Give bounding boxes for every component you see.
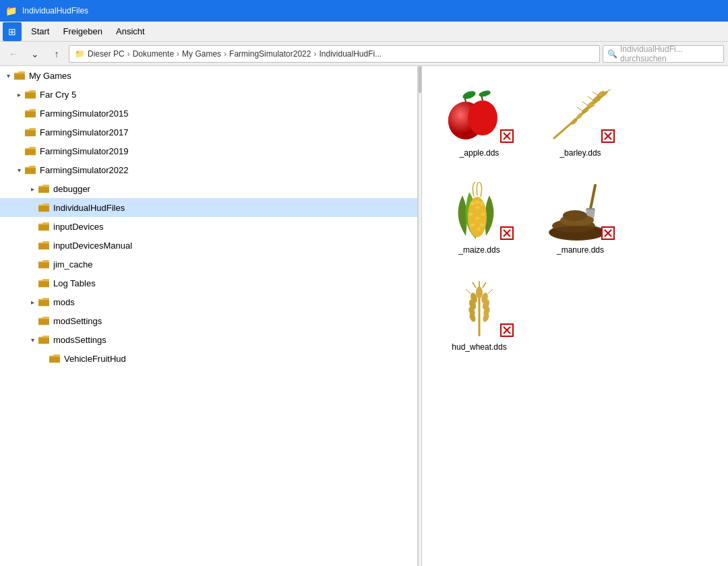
- tree-item-mod-settings[interactable]: modSettings: [0, 311, 417, 330]
- tree-label-input-devices-manual: inputDevicesManual: [53, 241, 132, 251]
- svg-point-40: [471, 224, 475, 227]
- svg-line-66: [473, 282, 476, 288]
- addr-farming2022: FarmingSimulator2022: [229, 49, 311, 59]
- folder-icon-addr: 📁: [75, 49, 85, 59]
- svg-point-65: [482, 312, 490, 323]
- menu-freigeben[interactable]: Freigeben: [56, 24, 109, 39]
- svg-line-68: [483, 282, 486, 288]
- folder-icon-mods: [38, 297, 50, 307]
- search-bar[interactable]: 🔍 IndividualHudFi... durchsuchen: [603, 45, 724, 63]
- folder-icon-mod-settings: [38, 316, 50, 325]
- svg-point-43: [472, 229, 476, 232]
- right-panel[interactable]: _apple.dds: [422, 66, 728, 566]
- app-icon: 📁: [5, 5, 17, 16]
- folder-icon-input-devices: [38, 222, 50, 231]
- svg-point-35: [475, 212, 480, 215]
- tree-item-vehicle-fruit-hud[interactable]: VehicleFruitHud: [0, 349, 417, 368]
- svg-point-37: [469, 218, 474, 222]
- svg-point-53: [550, 226, 604, 239]
- file-item-manure[interactable]: _manure.dds: [537, 177, 624, 260]
- tree-scrollbar-thumb[interactable]: [419, 66, 421, 93]
- folder-icon-debugger: [38, 184, 50, 193]
- tree-arrow-farming2015: [13, 108, 24, 119]
- menu-ansicht[interactable]: Ansicht: [109, 24, 152, 39]
- svg-point-32: [475, 206, 480, 210]
- svg-line-23: [582, 102, 589, 106]
- svg-point-33: [481, 208, 485, 211]
- svg-line-70: [488, 289, 493, 294]
- file-badge-manure: [601, 226, 615, 240]
- tree-label-farming2017: FarmingSimulator2017: [40, 127, 129, 137]
- down-button[interactable]: ⌄: [26, 44, 44, 63]
- tree-label-individual-hud: IndividualHudFiles: [53, 203, 125, 213]
- file-badge-wheat: [500, 323, 514, 337]
- svg-point-2: [468, 100, 497, 135]
- file-item-barley[interactable]: _barley.dds: [537, 80, 624, 163]
- svg-point-42: [480, 224, 485, 227]
- tree-item-jim-cache[interactable]: jim_cache: [0, 255, 417, 274]
- addr-dieser-pc: Dieser PC: [88, 49, 125, 59]
- tree-label-debugger: debugger: [53, 184, 90, 194]
- tree-item-individual-hud[interactable]: IndividualHudFiles: [0, 198, 417, 217]
- tree-label-far-cry-5: Far Cry 5: [40, 90, 76, 100]
- tree-item-debugger[interactable]: debugger: [0, 179, 417, 198]
- svg-point-38: [475, 217, 480, 220]
- tree-scrollbar[interactable]: [418, 66, 422, 566]
- file-badge-apple: [500, 129, 514, 143]
- folder-icon-farming2019: [24, 146, 36, 156]
- tree-label-farming2015: FarmingSimulator2015: [40, 108, 129, 119]
- svg-line-69: [466, 289, 471, 294]
- tree-item-log-tables[interactable]: Log Tables: [0, 274, 417, 292]
- tree-arrow-log-tables: [27, 278, 38, 288]
- file-name-manure: _manure.dds: [557, 245, 604, 255]
- addr-hud: IndividualHudFi...: [319, 49, 382, 59]
- svg-point-30: [480, 202, 485, 206]
- file-item-wheat[interactable]: hud_wheat.dds: [435, 274, 523, 357]
- search-icon: 🔍: [607, 49, 617, 59]
- tree-arrow-my-games[interactable]: [3, 70, 13, 81]
- svg-point-52: [563, 210, 587, 221]
- tree-arrow-vehicle-fruit-hud: [38, 353, 49, 364]
- svg-line-22: [588, 96, 595, 101]
- tree-arrow-mods-settings[interactable]: [27, 334, 38, 345]
- addr-my-games: My Games: [182, 49, 221, 59]
- tree-arrow-far-cry-5[interactable]: [13, 89, 24, 100]
- tree-item-farming2017[interactable]: FarmingSimulator2017: [0, 123, 417, 142]
- tree-label-jim-cache: jim_cache: [53, 259, 93, 270]
- tree-label-mods-settings: modsSettings: [53, 335, 107, 345]
- file-badge-maize: [500, 226, 514, 240]
- tree-arrow-mod-settings: [27, 315, 38, 326]
- tree-item-mods-settings[interactable]: modsSettings: [0, 330, 417, 349]
- tree-arrow-farming2022[interactable]: [13, 164, 24, 175]
- left-panel[interactable]: My Games Far Cry 5 FarmingSimulator2015 …: [0, 66, 418, 566]
- tree-item-farming2022[interactable]: FarmingSimulator2022: [0, 160, 417, 179]
- tree-item-mods[interactable]: mods: [0, 292, 417, 311]
- file-item-maize[interactable]: _maize.dds: [435, 177, 523, 260]
- file-item-apple[interactable]: _apple.dds: [435, 80, 523, 163]
- tree-item-far-cry-5[interactable]: Far Cry 5: [0, 85, 417, 104]
- tree-item-farming2015[interactable]: FarmingSimulator2015: [0, 104, 417, 123]
- folder-icon-jim-cache: [38, 259, 50, 269]
- back-button[interactable]: ←: [4, 44, 23, 63]
- tree-item-input-devices[interactable]: inputDevices: [0, 217, 417, 236]
- tree-arrow-input-devices-manual: [27, 240, 38, 251]
- svg-line-24: [577, 107, 584, 112]
- file-thumbnail-wheat: [442, 279, 516, 340]
- tree-arrow-mods[interactable]: [27, 296, 38, 307]
- tree-item-input-devices-manual[interactable]: inputDevicesManual: [0, 236, 417, 255]
- svg-point-28: [471, 202, 475, 206]
- tree-item-my-games[interactable]: My Games: [0, 66, 417, 85]
- tree-arrow-debugger[interactable]: [27, 183, 38, 194]
- svg-line-47: [590, 185, 595, 209]
- up-button[interactable]: ↑: [47, 44, 66, 63]
- menubar: ⊞ Start Freigeben Ansicht: [0, 22, 728, 42]
- tree-item-farming2019[interactable]: FarmingSimulator2019: [0, 142, 417, 160]
- file-thumbnail-maize: [442, 182, 516, 243]
- navbar: ← ⌄ ↑ 📁 Dieser PC › Dokumente › My Games…: [0, 42, 728, 66]
- address-bar[interactable]: 📁 Dieser PC › Dokumente › My Games › Far…: [69, 45, 600, 63]
- windows-icon[interactable]: ⊞: [3, 22, 22, 41]
- tree-label-input-devices: inputDevices: [53, 222, 103, 232]
- tree-arrow-farming2017: [13, 127, 24, 137]
- menu-start[interactable]: Start: [24, 24, 56, 39]
- folder-icon-far-cry-5: [24, 90, 36, 99]
